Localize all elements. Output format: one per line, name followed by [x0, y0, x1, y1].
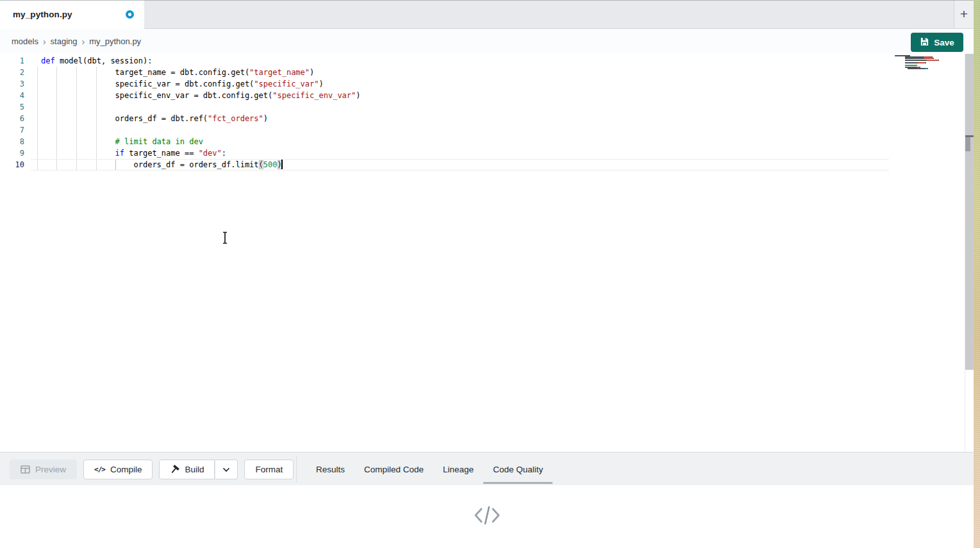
- code-token: :: [222, 149, 226, 158]
- code-line[interactable]: [31, 124, 889, 136]
- code-line[interactable]: orders_df = dbt.ref("fct_orders"): [31, 113, 889, 124]
- build-split-button: Build: [159, 460, 238, 479]
- code-token: def: [41, 56, 55, 65]
- scrollbar-track[interactable]: [965, 54, 974, 370]
- code-token: [41, 79, 115, 88]
- build-options-button[interactable]: [215, 460, 238, 479]
- breadcrumb-item-models: models: [12, 37, 38, 46]
- format-button[interactable]: Format: [244, 460, 294, 479]
- minimap-segment: [927, 68, 928, 69]
- code-line[interactable]: [31, 101, 889, 113]
- result-panel-tabs: ResultsCompiled CodeLineageCode Quality: [306, 457, 552, 484]
- panel-tab-lineage[interactable]: Lineage: [433, 457, 483, 484]
- line-number[interactable]: 3: [0, 78, 24, 90]
- save-label: Save: [934, 38, 954, 47]
- code-token: [41, 91, 115, 100]
- code-token: "dev": [199, 149, 222, 158]
- code-token: [41, 114, 115, 123]
- toolbar-divider: [296, 456, 297, 483]
- editor-tab-bar: my_python.py +: [0, 0, 974, 29]
- code-content[interactable]: def model(dbt, session): target_name = d…: [31, 55, 889, 170]
- new-tab-button[interactable]: +: [954, 0, 974, 28]
- text-caret: [281, 160, 283, 169]
- minimap-segment: [895, 62, 905, 63]
- minimap-segment: [895, 60, 905, 61]
- plus-icon: +: [960, 6, 968, 22]
- code-brackets-icon: </>: [94, 465, 105, 474]
- window-top-edge: [0, 0, 974, 1]
- preview-label: Preview: [35, 465, 66, 474]
- minimap[interactable]: [895, 55, 956, 69]
- code-token: model(dbt, session):: [55, 56, 153, 65]
- code-line[interactable]: specific_env_var = dbt.config.get("speci…: [31, 90, 889, 101]
- code-line[interactable]: # limit data in dev: [31, 136, 889, 147]
- code-token: "target_name": [249, 68, 310, 77]
- minimap-segment: [905, 62, 918, 63]
- desktop-texture-strip: [974, 0, 980, 548]
- code-token: target_name ==: [124, 149, 199, 158]
- chevron-down-icon: [222, 467, 230, 472]
- line-number[interactable]: 5: [0, 101, 24, 113]
- unsaved-changes-dot-icon[interactable]: [126, 10, 134, 19]
- code-line[interactable]: def model(dbt, session):: [31, 55, 889, 67]
- code-token: orders_df = dbt.ref(: [115, 114, 208, 123]
- code-token: target_name = dbt.config.get(: [115, 68, 250, 77]
- breadcrumb-separator: ›: [82, 37, 85, 47]
- mouse-ibeam-cursor: [222, 231, 228, 244]
- minimap-segment: [927, 60, 938, 61]
- code-token: ): [310, 68, 314, 77]
- code-token: 500: [263, 160, 278, 169]
- code-token: "specific_var": [254, 79, 319, 88]
- line-number[interactable]: 9: [0, 147, 24, 159]
- line-number[interactable]: 4: [0, 90, 24, 101]
- code-editor[interactable]: 12345678910 def model(dbt, session): tar…: [0, 54, 974, 452]
- line-number[interactable]: 1: [0, 55, 24, 67]
- code-line[interactable]: if target_name == "dev":: [31, 147, 889, 159]
- scrollbar-thumb[interactable]: [965, 137, 970, 151]
- format-label: Format: [255, 465, 283, 474]
- minimap-segment: [908, 68, 925, 69]
- line-number[interactable]: 7: [0, 124, 24, 136]
- panel-tab-compiled-code[interactable]: Compiled Code: [354, 457, 433, 484]
- code-token: specific_env_var = dbt.config.get(: [115, 91, 273, 100]
- code-token: ): [319, 79, 324, 88]
- tab-strip-background: [0, 0, 974, 29]
- compile-button[interactable]: </> Compile: [83, 460, 153, 479]
- tab-my-python-py[interactable]: my_python.py: [0, 0, 144, 29]
- floppy-disk-icon: [920, 37, 929, 48]
- panel-tab-code-quality[interactable]: Code Quality: [483, 457, 552, 484]
- code-token: specific_var = dbt.config.get(: [115, 79, 254, 88]
- code-token: [41, 160, 134, 169]
- ide-window: my_python.py + models › staging › my_pyt…: [0, 0, 980, 548]
- file-header-bar: models › staging › my_python.py Save: [0, 29, 974, 54]
- panel-tab-results[interactable]: Results: [306, 457, 354, 484]
- preview-button[interactable]: Preview: [10, 460, 77, 479]
- line-number-gutter: 12345678910: [0, 55, 24, 170]
- code-token: [41, 149, 115, 158]
- result-panel-empty-state: [0, 485, 974, 548]
- build-button[interactable]: Build: [159, 460, 215, 479]
- compile-label: Compile: [110, 465, 142, 474]
- code-line[interactable]: specific_var = dbt.config.get("specific_…: [31, 78, 889, 90]
- breadcrumb: models › staging › my_python.py: [12, 29, 141, 54]
- save-button[interactable]: Save: [911, 33, 963, 52]
- code-token: (: [259, 160, 263, 169]
- line-number[interactable]: 2: [0, 67, 24, 78]
- action-buttons: Preview </> Compile Bui: [10, 460, 294, 479]
- line-number[interactable]: 10: [0, 159, 24, 170]
- code-token: ): [263, 114, 268, 123]
- code-token: [41, 137, 115, 146]
- breadcrumb-item-staging: staging: [51, 37, 78, 46]
- code-slash-icon: [474, 506, 501, 527]
- code-token: "fct_orders": [208, 114, 263, 123]
- line-number[interactable]: 6: [0, 113, 24, 124]
- breadcrumb-separator: ›: [43, 37, 46, 47]
- code-line[interactable]: orders_df = orders_df.limit(500): [31, 159, 889, 170]
- line-number[interactable]: 8: [0, 136, 24, 147]
- code-token: orders_df = orders_df.limit: [134, 160, 259, 169]
- minimap-segment: [926, 62, 926, 63]
- tab-label: my_python.py: [13, 10, 72, 19]
- minimap-segment: [918, 62, 926, 63]
- minimap-row: [895, 68, 956, 69]
- code-line[interactable]: target_name = dbt.config.get("target_nam…: [31, 67, 889, 78]
